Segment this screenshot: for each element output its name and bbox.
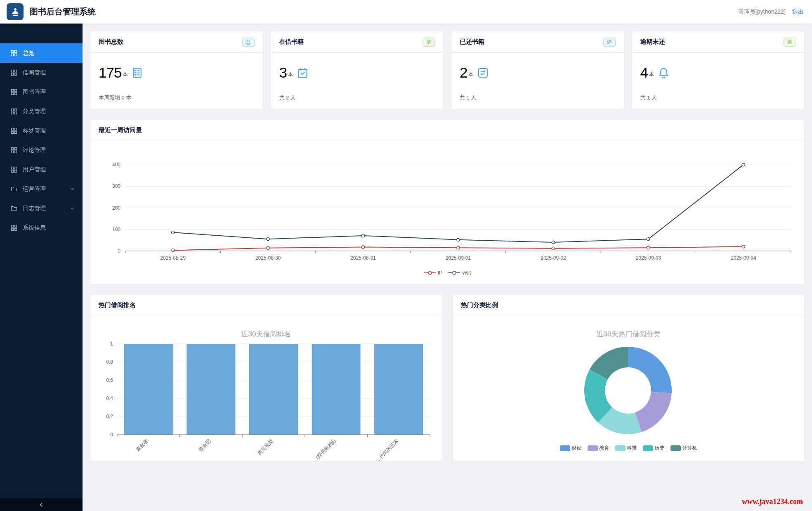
legend-swatch [588, 445, 598, 451]
stat-card-body: 3本共 2 人 [271, 53, 444, 109]
sidebar-item-label: 分类管理 [23, 108, 46, 115]
main-content: 图书总数总175本本周新增 0 本在借书籍借3本共 2 人已还书籍还2本共 1 … [83, 24, 812, 511]
reader-logo-icon [10, 7, 21, 17]
sidebar-item-logs[interactable]: 日志管理 [0, 199, 83, 218]
stat-card-header: 在借书籍借 [271, 31, 444, 53]
sidebar-item-borrowing[interactable]: 借阅管理 [0, 63, 83, 82]
legend-label: 科技 [627, 445, 637, 452]
stat-card-unit: 本 [288, 71, 293, 78]
current-user: 管理员[python222] [738, 8, 786, 16]
svg-text:0.4: 0.4 [106, 395, 113, 401]
stat-card-title: 图书总数 [99, 38, 123, 46]
app-logo [7, 3, 24, 20]
chevron-down-icon [69, 206, 75, 211]
legend-label: 计算机 [682, 445, 697, 452]
visits-chart-card: 最近一周访问量 01002003004002025-08-292025-08-3… [90, 119, 805, 284]
borrow-ranking-header: 热门借阅排名 [90, 295, 442, 316]
grid-icon [11, 89, 17, 95]
sidebar-item-label: 系统信息 [23, 224, 46, 232]
sidebar-item-label: 标签管理 [23, 127, 46, 135]
list-icon [132, 67, 143, 78]
sidebar-item-system-info[interactable]: 系统信息 [0, 218, 83, 237]
legend-swatch [670, 445, 681, 451]
stat-card-badge: 总 [242, 38, 255, 47]
legend-item-财经[interactable]: 财经 [560, 445, 582, 452]
stat-card-badge: 还 [603, 38, 616, 47]
legend-label: 教育 [600, 445, 609, 452]
svg-text:400: 400 [112, 162, 120, 168]
legend-marker [424, 270, 436, 276]
legend-item-教育[interactable]: 教育 [588, 445, 609, 452]
chevron-down-icon [69, 186, 75, 192]
visits-chart-legend: IPvisit [90, 270, 804, 276]
legend-label: IP [438, 270, 442, 276]
app-header: 图书后台管理系统 管理员[python222] 退出 [0, 0, 812, 24]
svg-text:0.2: 0.2 [106, 414, 113, 419]
repeat-icon [477, 67, 489, 78]
sidebar: 总览借阅管理图书管理分类管理标签管理评论管理用户管理运营管理日志管理系统信息 [0, 24, 83, 511]
category-ratio-card: 热门分类比例 近30天热门借阅分类 财经教育科技历史计算机 [452, 294, 805, 461]
svg-text:…代码的艺术: …代码的艺术 [375, 438, 400, 461]
svg-text:0.6: 0.6 [106, 377, 113, 383]
category-ratio-title: 热门分类比例 [461, 301, 498, 309]
svg-text:2025-08-31: 2025-08-31 [350, 255, 376, 261]
svg-text:0: 0 [110, 432, 113, 438]
legend-item-计算机[interactable]: 计算机 [670, 445, 697, 452]
borrow-ranking-title: 热门借阅排名 [99, 301, 136, 309]
svg-text:燕食记: 燕食记 [197, 438, 212, 453]
svg-text:200: 200 [112, 205, 120, 211]
stat-card-title: 已还书籍 [460, 38, 484, 46]
svg-text:2025-09-01: 2025-09-01 [446, 255, 471, 261]
stat-card-unit: 本 [123, 71, 127, 78]
folder-icon [11, 205, 17, 212]
sidebar-item-operations[interactable]: 运营管理 [0, 179, 83, 199]
stat-card-title: 逾期未还 [640, 38, 665, 46]
svg-text:1: 1 [110, 341, 113, 347]
grid-icon [11, 225, 17, 231]
sidebar-item-users[interactable]: 用户管理 [0, 160, 83, 179]
sidebar-item-books[interactable]: 图书管理 [0, 82, 83, 102]
stat-card-header: 已还书籍还 [451, 31, 624, 53]
legend-label: 历史 [655, 445, 665, 452]
grid-icon [11, 128, 17, 134]
legend-item-历史[interactable]: 历史 [643, 445, 665, 452]
page: 图书后台管理系统 管理员[python222] 退出 总览借阅管理图书管理分类管… [0, 0, 812, 511]
svg-text:素食者: 素食者 [135, 438, 149, 452]
stat-card-3: 逾期未还逾4本共 1 人 [632, 31, 805, 109]
stat-card-body: 175本本周新增 0 本 [90, 53, 263, 109]
legend-swatch [643, 445, 653, 451]
visits-chart-title: 最近一周访问量 [99, 126, 142, 134]
stat-card-0: 图书总数总175本本周新增 0 本 [90, 31, 263, 109]
stat-card-value: 3 [279, 64, 287, 81]
legend-item-科技[interactable]: 科技 [615, 445, 637, 452]
stat-card-1: 在借书籍借3本共 2 人 [271, 31, 444, 109]
svg-text:2025-08-29: 2025-08-29 [161, 255, 186, 261]
bar-chart-title: 近30天借阅排名 [90, 329, 442, 339]
svg-text:再见绘梨: 再见绘梨 [256, 438, 274, 456]
stat-card-badge: 借 [423, 38, 435, 47]
stat-card-footer: 共 1 人 [640, 94, 796, 102]
visits-chart-header: 最近一周访问量 [90, 120, 804, 141]
category-ratio-header: 热门分类比例 [453, 295, 804, 316]
svg-text:0: 0 [118, 248, 120, 254]
stat-card-2: 已还书籍还2本共 1 人 [451, 31, 624, 109]
legend-item-IP[interactable]: IP [424, 270, 442, 276]
stat-card-footer: 本周新增 0 本 [99, 94, 255, 102]
sidebar-item-comments[interactable]: 评论管理 [0, 140, 83, 160]
legend-item-visit[interactable]: visit [448, 270, 471, 276]
sidebar-item-overview[interactable]: 总览 [0, 43, 83, 63]
bottom-row: 热门借阅排名 近30天借阅排名 00.20.40.60.81素食者燕食记再见绘梨… [90, 294, 805, 461]
sidebar-item-label: 用户管理 [23, 166, 46, 173]
stat-card-footer: 共 2 人 [279, 94, 435, 102]
sidebar-item-categories[interactable]: 分类管理 [0, 102, 83, 121]
sidebar-collapse-button[interactable] [0, 498, 83, 511]
stat-card-header: 图书总数总 [90, 31, 263, 53]
borrow-ranking-body: 近30天借阅排名 00.20.40.60.81素食者燕食记再见绘梨…(原书第2版… [90, 316, 442, 463]
sidebar-menu: 总览借阅管理图书管理分类管理标签管理评论管理用户管理运营管理日志管理系统信息 [0, 24, 83, 237]
stat-card-body: 2本共 1 人 [451, 53, 624, 109]
logout-link[interactable]: 退出 [792, 8, 804, 16]
legend-marker [448, 270, 460, 276]
sidebar-item-label: 总览 [23, 50, 34, 57]
sidebar-item-label: 图书管理 [23, 88, 46, 96]
sidebar-item-tags[interactable]: 标签管理 [0, 121, 83, 140]
